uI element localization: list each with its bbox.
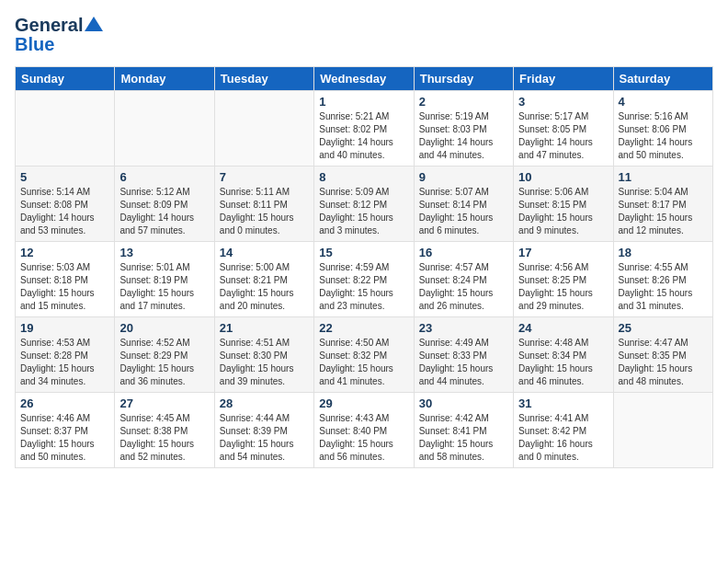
day-info: Sunrise: 5:04 AM Sunset: 8:17 PM Dayligh… [619, 186, 708, 237]
day-info: Sunrise: 4:53 AM Sunset: 8:28 PM Dayligh… [20, 337, 109, 388]
day-number: 9 [419, 170, 508, 184]
calendar-cell: 5Sunrise: 5:14 AM Sunset: 8:08 PM Daylig… [16, 167, 115, 242]
calendar-cell: 3Sunrise: 5:17 AM Sunset: 8:05 PM Daylig… [514, 91, 613, 167]
day-number: 19 [20, 321, 109, 335]
calendar-cell: 26Sunrise: 4:46 AM Sunset: 8:37 PM Dayli… [16, 393, 115, 468]
day-info: Sunrise: 4:48 AM Sunset: 8:34 PM Dayligh… [518, 337, 608, 388]
calendar-cell: 2Sunrise: 5:19 AM Sunset: 8:03 PM Daylig… [414, 91, 513, 167]
weekday-header-tuesday: Tuesday [214, 67, 313, 91]
calendar-cell: 9Sunrise: 5:07 AM Sunset: 8:14 PM Daylig… [414, 167, 513, 242]
calendar-cell: 20Sunrise: 4:52 AM Sunset: 8:29 PM Dayli… [115, 317, 214, 393]
day-info: Sunrise: 5:19 AM Sunset: 8:03 PM Dayligh… [419, 110, 508, 162]
day-number: 27 [119, 396, 209, 410]
calendar-cell: 16Sunrise: 4:57 AM Sunset: 8:24 PM Dayli… [414, 242, 513, 317]
day-info: Sunrise: 4:42 AM Sunset: 8:41 PM Dayligh… [419, 412, 508, 464]
logo-arrow-icon [85, 17, 103, 31]
day-info: Sunrise: 5:07 AM Sunset: 8:14 PM Dayligh… [419, 186, 508, 237]
day-info: Sunrise: 5:09 AM Sunset: 8:12 PM Dayligh… [319, 186, 408, 237]
calendar-cell: 4Sunrise: 5:16 AM Sunset: 8:06 PM Daylig… [613, 91, 712, 167]
day-info: Sunrise: 4:51 AM Sunset: 8:30 PM Dayligh… [220, 337, 309, 388]
weekday-header-saturday: Saturday [613, 67, 712, 91]
day-number: 1 [319, 95, 408, 109]
calendar-cell: 17Sunrise: 4:56 AM Sunset: 8:25 PM Dayli… [514, 242, 613, 317]
day-info: Sunrise: 5:14 AM Sunset: 8:08 PM Dayligh… [20, 186, 109, 237]
weekday-header-thursday: Thursday [414, 67, 513, 91]
day-info: Sunrise: 4:46 AM Sunset: 8:37 PM Dayligh… [20, 412, 109, 464]
calendar-cell: 29Sunrise: 4:43 AM Sunset: 8:40 PM Dayli… [314, 393, 414, 468]
day-number: 31 [518, 396, 608, 410]
day-info: Sunrise: 5:03 AM Sunset: 8:18 PM Dayligh… [20, 261, 109, 313]
day-number: 10 [518, 170, 608, 184]
day-info: Sunrise: 4:56 AM Sunset: 8:25 PM Dayligh… [518, 261, 608, 313]
logo-general: General [15, 15, 83, 36]
day-info: Sunrise: 4:52 AM Sunset: 8:29 PM Dayligh… [119, 337, 209, 388]
day-number: 4 [619, 95, 708, 109]
day-number: 22 [319, 321, 408, 335]
calendar-cell: 18Sunrise: 4:55 AM Sunset: 8:26 PM Dayli… [613, 242, 712, 317]
calendar-cell: 27Sunrise: 4:45 AM Sunset: 8:38 PM Dayli… [115, 393, 214, 468]
day-number: 18 [619, 246, 708, 259]
day-info: Sunrise: 5:16 AM Sunset: 8:06 PM Dayligh… [619, 110, 708, 162]
day-info: Sunrise: 4:41 AM Sunset: 8:42 PM Dayligh… [518, 412, 608, 464]
day-number: 2 [419, 95, 508, 109]
calendar-cell: 7Sunrise: 5:11 AM Sunset: 8:11 PM Daylig… [214, 167, 313, 242]
calendar-cell: 8Sunrise: 5:09 AM Sunset: 8:12 PM Daylig… [314, 167, 414, 242]
calendar-cell: 24Sunrise: 4:48 AM Sunset: 8:34 PM Dayli… [514, 317, 613, 393]
calendar-cell: 19Sunrise: 4:53 AM Sunset: 8:28 PM Dayli… [16, 317, 115, 393]
calendar-cell: 31Sunrise: 4:41 AM Sunset: 8:42 PM Dayli… [514, 393, 613, 468]
calendar-cell: 6Sunrise: 5:12 AM Sunset: 8:09 PM Daylig… [115, 167, 214, 242]
day-info: Sunrise: 4:57 AM Sunset: 8:24 PM Dayligh… [419, 261, 508, 313]
day-number: 21 [220, 321, 309, 335]
day-info: Sunrise: 4:47 AM Sunset: 8:35 PM Dayligh… [619, 337, 708, 388]
calendar-cell [16, 91, 115, 167]
day-info: Sunrise: 5:01 AM Sunset: 8:19 PM Dayligh… [119, 261, 209, 313]
calendar-cell: 21Sunrise: 4:51 AM Sunset: 8:30 PM Dayli… [214, 317, 313, 393]
day-info: Sunrise: 5:00 AM Sunset: 8:21 PM Dayligh… [220, 261, 309, 313]
day-number: 15 [319, 246, 408, 259]
calendar-cell [613, 393, 712, 468]
calendar-cell: 1Sunrise: 5:21 AM Sunset: 8:02 PM Daylig… [314, 91, 414, 167]
calendar-cell: 25Sunrise: 4:47 AM Sunset: 8:35 PM Dayli… [613, 317, 712, 393]
day-number: 14 [220, 246, 309, 259]
day-number: 7 [220, 170, 309, 184]
calendar-cell: 22Sunrise: 4:50 AM Sunset: 8:32 PM Dayli… [314, 317, 414, 393]
day-number: 3 [518, 95, 608, 109]
calendar-cell: 12Sunrise: 5:03 AM Sunset: 8:18 PM Dayli… [16, 242, 115, 317]
day-info: Sunrise: 5:12 AM Sunset: 8:09 PM Dayligh… [119, 186, 209, 237]
calendar-cell: 13Sunrise: 5:01 AM Sunset: 8:19 PM Dayli… [115, 242, 214, 317]
day-number: 11 [619, 170, 708, 184]
day-info: Sunrise: 4:44 AM Sunset: 8:39 PM Dayligh… [220, 412, 309, 464]
calendar-cell: 15Sunrise: 4:59 AM Sunset: 8:22 PM Dayli… [314, 242, 414, 317]
day-number: 16 [419, 246, 508, 259]
day-number: 29 [319, 396, 408, 410]
calendar-cell: 11Sunrise: 5:04 AM Sunset: 8:17 PM Dayli… [613, 167, 712, 242]
day-info: Sunrise: 4:49 AM Sunset: 8:33 PM Dayligh… [419, 337, 508, 388]
day-number: 20 [119, 321, 209, 335]
calendar-cell: 23Sunrise: 4:49 AM Sunset: 8:33 PM Dayli… [414, 317, 513, 393]
weekday-header-monday: Monday [115, 67, 214, 91]
calendar-cell: 28Sunrise: 4:44 AM Sunset: 8:39 PM Dayli… [214, 393, 313, 468]
calendar-cell: 10Sunrise: 5:06 AM Sunset: 8:15 PM Dayli… [514, 167, 613, 242]
calendar-cell: 30Sunrise: 4:42 AM Sunset: 8:41 PM Dayli… [414, 393, 513, 468]
day-info: Sunrise: 4:45 AM Sunset: 8:38 PM Dayligh… [119, 412, 209, 464]
day-info: Sunrise: 4:55 AM Sunset: 8:26 PM Dayligh… [619, 261, 708, 313]
day-info: Sunrise: 4:59 AM Sunset: 8:22 PM Dayligh… [319, 261, 408, 313]
logo-blue: Blue [15, 34, 103, 55]
day-info: Sunrise: 5:06 AM Sunset: 8:15 PM Dayligh… [518, 186, 608, 237]
day-number: 5 [20, 170, 109, 184]
day-number: 30 [419, 396, 508, 410]
day-info: Sunrise: 5:21 AM Sunset: 8:02 PM Dayligh… [319, 110, 408, 162]
calendar-cell [115, 91, 214, 167]
weekday-header-friday: Friday [514, 67, 613, 91]
calendar-table: SundayMondayTuesdayWednesdayThursdayFrid… [15, 66, 713, 468]
day-info: Sunrise: 4:43 AM Sunset: 8:40 PM Dayligh… [319, 412, 408, 464]
weekday-header-sunday: Sunday [16, 67, 115, 91]
day-number: 12 [20, 246, 109, 259]
day-number: 8 [319, 170, 408, 184]
weekday-header-wednesday: Wednesday [314, 67, 414, 91]
day-number: 24 [518, 321, 608, 335]
day-number: 13 [119, 246, 209, 259]
logo: General Blue [15, 15, 103, 55]
calendar-cell [214, 91, 313, 167]
day-info: Sunrise: 5:17 AM Sunset: 8:05 PM Dayligh… [518, 110, 608, 162]
